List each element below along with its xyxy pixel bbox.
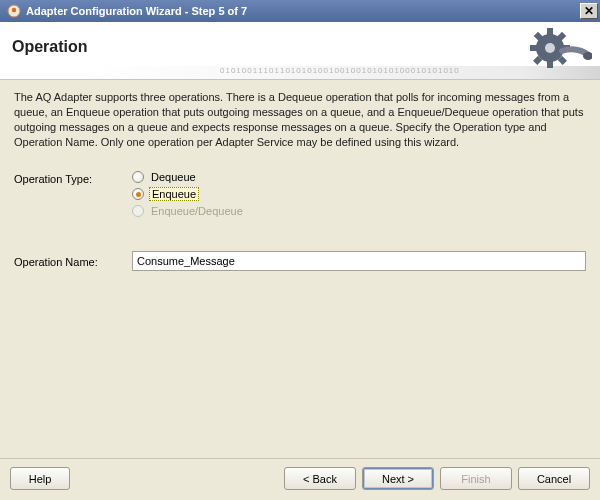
description-text: The AQ Adapter supports three operations… <box>14 90 586 149</box>
gear-icon <box>522 26 592 76</box>
wizard-content: The AQ Adapter supports three operations… <box>0 80 600 458</box>
operation-type-radios: Dequeue Enqueue Enqueue/Dequeue <box>132 171 245 217</box>
wizard-footer: Help < Back Next > Finish Cancel <box>0 458 600 498</box>
radio-icon <box>132 188 144 200</box>
operation-name-row: Operation Name: <box>14 251 586 271</box>
help-button[interactable]: Help <box>10 467 70 490</box>
next-button[interactable]: Next > <box>362 467 434 490</box>
page-title: Operation <box>12 38 88 56</box>
operation-name-label: Operation Name: <box>14 254 132 268</box>
window-title: Adapter Configuration Wizard - Step 5 of… <box>26 5 580 17</box>
radio-dequeue[interactable]: Dequeue <box>132 171 245 183</box>
back-button[interactable]: < Back <box>284 467 356 490</box>
close-icon: ✕ <box>584 5 594 17</box>
titlebar: Adapter Configuration Wizard - Step 5 of… <box>0 0 600 22</box>
radio-enqueue[interactable]: Enqueue <box>132 187 245 201</box>
finish-button: Finish <box>440 467 512 490</box>
svg-rect-3 <box>547 28 553 36</box>
radio-icon <box>132 205 144 217</box>
svg-rect-5 <box>530 45 538 51</box>
svg-point-11 <box>545 43 555 53</box>
operation-type-row: Operation Type: Dequeue Enqueue Enqueue/… <box>14 171 586 217</box>
radio-icon <box>132 171 144 183</box>
app-icon <box>6 3 22 19</box>
radio-label: Enqueue <box>149 187 199 201</box>
svg-rect-4 <box>547 60 553 68</box>
wizard-header: Operation 010100111011010101001001001010… <box>0 22 600 80</box>
cancel-button[interactable]: Cancel <box>518 467 590 490</box>
close-button[interactable]: ✕ <box>580 3 598 19</box>
operation-name-input[interactable] <box>132 251 586 271</box>
operation-type-label: Operation Type: <box>14 171 132 185</box>
radio-label: Enqueue/Dequeue <box>149 205 245 217</box>
radio-label: Dequeue <box>149 171 198 183</box>
svg-point-1 <box>12 8 16 12</box>
radio-enqueue-dequeue: Enqueue/Dequeue <box>132 205 245 217</box>
